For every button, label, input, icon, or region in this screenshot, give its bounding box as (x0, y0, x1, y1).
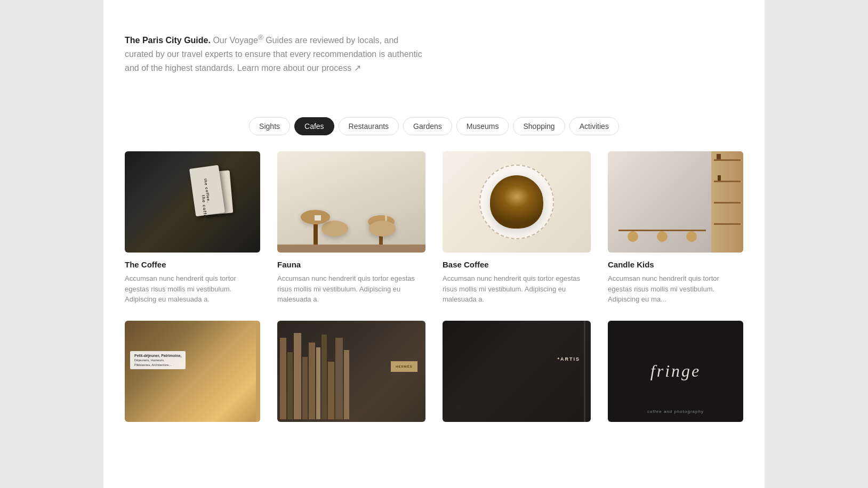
card-title-fauna: Fauna (277, 260, 425, 269)
card-image-second-2: HERMÈS (277, 321, 425, 422)
card-image-fauna (277, 151, 425, 253)
left-gutter (0, 0, 103, 488)
card-candle-kids[interactable]: Candle Kids Accumsan nunc hendrerit quis… (599, 151, 765, 321)
cards-row-1: the coffee. The Coffee Accumsan nunc hen… (103, 151, 765, 321)
card-second-3[interactable]: *ARTIS (434, 321, 599, 445)
filter-tabs-container: Sights Cafes Restaurants Gardens Museums… (103, 96, 765, 151)
right-gutter (765, 0, 868, 488)
tab-cafes[interactable]: Cafes (294, 117, 334, 135)
card-desc-base-coffee: Accumsan nunc hendrerit quis tortor eges… (443, 273, 591, 305)
guide-title: The Paris City Guide. (125, 36, 211, 45)
intro-paragraph: The Paris City Guide. Our Voyage® Guides… (125, 32, 423, 75)
card-second-4[interactable]: fringe coffee and photography (599, 321, 765, 445)
card-image-base-coffee (443, 151, 591, 253)
tab-activities[interactable]: Activities (569, 117, 619, 135)
card-desc-the-coffee: Accumsan nunc hendrerit quis tortor eges… (125, 273, 260, 305)
card-desc-fauna: Accumsan nunc hendrerit quis tortor eges… (277, 273, 425, 305)
intro-section: The Paris City Guide. Our Voyage® Guides… (103, 0, 445, 96)
card-second-1[interactable]: Petit-déjeuner, Patrimoine, Déjeuners, H… (103, 321, 269, 445)
card-image-second-3: *ARTIS (443, 321, 591, 422)
cards-row-2: Petit-déjeuner, Patrimoine, Déjeuners, H… (103, 321, 765, 445)
card-image-candle-kids (608, 151, 743, 253)
card-image-the-coffee: the coffee. (125, 151, 260, 253)
learn-more-link[interactable]: Learn more about our process ↗ (237, 63, 361, 72)
card-desc-candle-kids: Accumsan nunc hendrerit quis tortor eges… (608, 273, 743, 305)
tab-restaurants[interactable]: Restaurants (339, 117, 399, 135)
tab-sights[interactable]: Sights (249, 117, 290, 135)
card-fauna[interactable]: Fauna Accumsan nunc hendrerit quis torto… (269, 151, 434, 321)
card-title-candle-kids: Candle Kids (608, 260, 743, 269)
tab-gardens[interactable]: Gardens (403, 117, 452, 135)
tab-shopping[interactable]: Shopping (513, 117, 565, 135)
card-image-second-1: Petit-déjeuner, Patrimoine, Déjeuners, H… (125, 321, 260, 422)
card-title-base-coffee: Base Coffee (443, 260, 591, 269)
card-image-second-4: fringe coffee and photography (608, 321, 743, 422)
card-base-coffee[interactable]: Base Coffee Accumsan nunc hendrerit quis… (434, 151, 599, 321)
card-the-coffee[interactable]: the coffee. The Coffee Accumsan nunc hen… (103, 151, 269, 321)
tab-museums[interactable]: Museums (456, 117, 509, 135)
card-title-the-coffee: The Coffee (125, 260, 260, 269)
card-second-2[interactable]: HERMÈS (269, 321, 434, 445)
